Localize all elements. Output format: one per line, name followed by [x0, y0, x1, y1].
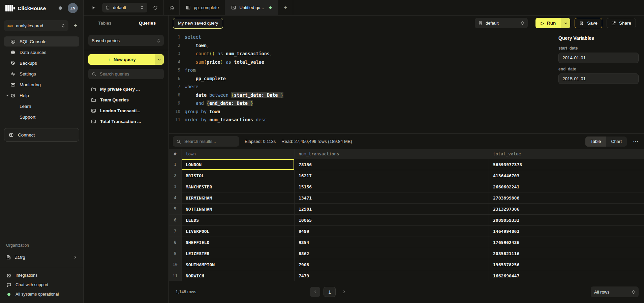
saved-queries-filter[interactable]: Saved queries	[88, 35, 164, 46]
page-number-input[interactable]	[324, 287, 336, 297]
table-cell[interactable]: LEEDS	[182, 215, 295, 225]
table-cell[interactable]: 4136446703	[489, 170, 644, 181]
sidebar-item-data-sources[interactable]: Data sources	[4, 47, 79, 57]
tab-queries[interactable]: Queries	[126, 21, 168, 26]
column-header-num-transactions[interactable]: num_transactions	[295, 149, 489, 159]
more-options-icon[interactable]: ···	[633, 139, 639, 144]
sidebar-item-support[interactable]: Support	[4, 112, 79, 122]
table-cell[interactable]: 2089859332	[489, 215, 644, 225]
tab-untitled-query[interactable]: Untitled qu...	[225, 0, 278, 15]
end-date-input[interactable]	[558, 73, 639, 84]
sql-editor[interactable]: 1select2 town,3 count() as num_transacti…	[169, 31, 553, 133]
saved-query-my-private-query[interactable]: My private query ...	[88, 84, 164, 94]
sidebar-item-help[interactable]: Help	[4, 90, 79, 100]
footer-item-all-systems-operational[interactable]: All systems operational	[4, 290, 79, 299]
table-cell[interactable]: 10865	[295, 215, 489, 225]
table-cell[interactable]: NOTTINGHAM	[182, 204, 295, 214]
table-cell[interactable]: 12981	[295, 204, 489, 214]
add-service-button[interactable]: +	[72, 22, 79, 29]
collapse-sidebar-button[interactable]	[91, 5, 96, 10]
table-cell[interactable]: 16217	[295, 170, 489, 181]
row-number-cell[interactable]: 6	[169, 215, 182, 225]
table-cell[interactable]: 2313297306	[489, 204, 644, 214]
table-cell[interactable]: 7479	[295, 270, 489, 281]
next-page-button[interactable]	[339, 287, 349, 297]
database-selector[interactable]: default	[102, 3, 147, 12]
row-number-cell[interactable]: 1	[169, 159, 182, 170]
refresh-button[interactable]	[153, 5, 158, 10]
run-button[interactable]: ▷ Run	[535, 18, 561, 28]
table-cell[interactable]: 56593977373	[489, 159, 644, 170]
row-number-cell[interactable]: 4	[169, 192, 182, 203]
column-header-town[interactable]: town	[182, 149, 295, 159]
row-number-cell[interactable]: 8	[169, 237, 182, 248]
table-cell[interactable]: 1965378256	[489, 259, 644, 270]
sidebar-item-monitoring[interactable]: Monitoring	[4, 80, 79, 90]
start-date-input[interactable]	[558, 53, 639, 63]
table-cell[interactable]: 78156	[295, 159, 489, 170]
page-size-selector[interactable]: All rows	[591, 286, 639, 297]
table-cell[interactable]: 1662690447	[489, 270, 644, 281]
table-cell[interactable]: 1464994863	[489, 226, 644, 237]
organization-switcher[interactable]: ZOrg	[4, 252, 79, 262]
tab-tables[interactable]: Tables	[84, 21, 126, 26]
saved-query-london-transacti[interactable]: London Transacti...	[88, 105, 164, 116]
table-cell[interactable]: SOUTHAMPTON	[182, 259, 295, 270]
table-cell[interactable]: BIRMINGHAM	[182, 192, 295, 203]
table-cell[interactable]: 9354	[295, 237, 489, 248]
code-text: sum(price) as total_value	[185, 58, 264, 66]
saved-query-name-button[interactable]: My new saved query	[173, 18, 223, 29]
footer-item-integrations[interactable]: Integrations	[4, 271, 79, 280]
previous-page-button[interactable]	[310, 287, 320, 297]
table-cell[interactable]: 8862	[295, 248, 489, 259]
row-number-cell[interactable]: 10	[169, 259, 182, 270]
footer-item-chat-with-support[interactable]: Chat with support	[4, 280, 79, 290]
table-cell[interactable]: NORWICH	[182, 270, 295, 281]
row-number-cell[interactable]: 3	[169, 181, 182, 192]
service-selector[interactable]: aws analytics-prod	[4, 20, 68, 31]
table-cell[interactable]: 9499	[295, 226, 489, 237]
table-cell[interactable]: 2035821116	[489, 248, 644, 259]
row-number-cell[interactable]: 2	[169, 170, 182, 181]
search-queries-input[interactable]	[99, 71, 160, 77]
table-cell[interactable]: LONDON	[182, 159, 295, 170]
new-query-menu-button[interactable]	[155, 54, 164, 65]
table-cell[interactable]: SHEFFIELD	[182, 237, 295, 248]
chevron-left-icon	[313, 290, 317, 294]
table-cell[interactable]: 13471	[295, 192, 489, 203]
table-cell[interactable]: 7908	[295, 259, 489, 270]
search-results-input[interactable]	[184, 139, 236, 144]
run-options-button[interactable]	[561, 18, 570, 28]
view-table-button[interactable]: Table	[585, 137, 606, 147]
database-selector-toolbar[interactable]: default	[475, 18, 528, 28]
share-button[interactable]: Share	[607, 18, 636, 28]
sidebar-item-learn[interactable]: Learn	[4, 101, 79, 111]
saved-query-team-queries[interactable]: Team Queries	[88, 95, 164, 105]
sidebar-item-backups[interactable]: Backups	[4, 58, 79, 68]
table-cell[interactable]: MANCHESTER	[182, 181, 295, 192]
row-number-cell[interactable]: 11	[169, 270, 182, 281]
row-number-cell[interactable]: 5	[169, 204, 182, 214]
tab-pp-complete[interactable]: pp_complete	[180, 0, 225, 15]
view-chart-button[interactable]: Chart	[606, 137, 627, 147]
table-cell[interactable]: BRISTOL	[182, 170, 295, 181]
table-cell[interactable]: LIVERPOOL	[182, 226, 295, 237]
table-cell[interactable]: 1765902436	[489, 237, 644, 248]
row-number-cell[interactable]: 9	[169, 248, 182, 259]
connect-button[interactable]: Connect	[4, 128, 79, 142]
table-cell[interactable]: 2660602241	[489, 181, 644, 192]
table-cell[interactable]: 2703899808	[489, 192, 644, 203]
column-header-total-value[interactable]: total_value	[489, 149, 644, 159]
table-cell[interactable]: LEICESTER	[182, 248, 295, 259]
sidebar-item-sql-console[interactable]: SQL Console	[4, 36, 79, 47]
new-query-button[interactable]: + New query	[88, 54, 155, 65]
avatar[interactable]: ZN	[68, 3, 78, 13]
column-header-[interactable]: #	[169, 149, 182, 159]
save-button[interactable]: Save	[575, 18, 602, 28]
new-tab-button[interactable]: +	[278, 5, 293, 11]
saved-query-total-transaction[interactable]: Total Transaction ...	[88, 116, 164, 127]
sidebar-item-settings[interactable]: Settings	[4, 69, 79, 79]
row-number-cell[interactable]: 7	[169, 226, 182, 237]
table-cell[interactable]: 15156	[295, 181, 489, 192]
home-tab[interactable]	[164, 5, 179, 10]
